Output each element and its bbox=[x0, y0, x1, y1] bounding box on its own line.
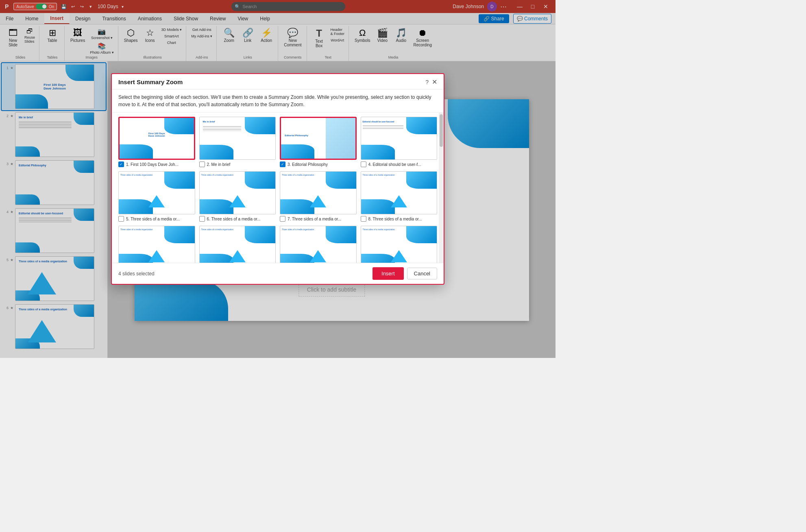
dialog-grid-area: First 100 DaysDave Johnson 1. First 100 … bbox=[112, 113, 444, 263]
dialog-slide-item-5[interactable]: Three sides of a media organization 5. T… bbox=[118, 171, 195, 222]
dialog-slide-item-1[interactable]: First 100 DaysDave Johnson 1. First 100 … bbox=[118, 117, 195, 167]
dialog-slide-item-3[interactable]: Editorial Philosophy 3. Editorial Philos… bbox=[280, 117, 357, 167]
dialog-slide-label-2: 2. Me in brief bbox=[199, 161, 276, 167]
dialog-slide-label-3: 3. Editorial Philosophy bbox=[280, 161, 357, 167]
dialog-slide-thumb-8: Three sides of a media organization bbox=[361, 171, 438, 214]
dialog-slide-grid: First 100 DaysDave Johnson 1. First 100 … bbox=[118, 117, 437, 263]
dialog-slide-item-4[interactable]: Editorial should be user-focused 4. Edit… bbox=[361, 117, 438, 167]
dialog-slide-checkbox-8[interactable] bbox=[361, 216, 366, 222]
dialog-slide-thumb-9: Three sides of a media organization bbox=[118, 226, 195, 263]
dialog-footer: 4 slides selected Insert Cancel bbox=[112, 263, 444, 284]
dialog-overlay: Insert Summary Zoom ? ✕ Select the begin… bbox=[0, 0, 555, 358]
dialog-slide-label-6: 6. Three sides of a media or... bbox=[199, 216, 276, 222]
slides-count-label: 4 slides selected bbox=[118, 271, 155, 277]
dialog-slide-checkbox-7[interactable] bbox=[280, 216, 285, 222]
dialog-help-icon[interactable]: ? bbox=[425, 79, 429, 85]
insert-button[interactable]: Insert bbox=[373, 267, 404, 280]
dialog-slide-item-12[interactable]: Three sides of a media organization 12. … bbox=[361, 226, 438, 263]
dialog-slide-thumb-6: Three sides of a media organization bbox=[199, 171, 276, 214]
dialog-slide-item-7[interactable]: Three sides of a media organization 7. T… bbox=[280, 171, 357, 222]
dialog-slide-label-8: 8. Three sides of a media or... bbox=[361, 216, 438, 222]
insert-summary-zoom-dialog: Insert Summary Zoom ? ✕ Select the begin… bbox=[111, 73, 444, 285]
dialog-slide-item-2[interactable]: Me in brief 2. Me in brief bbox=[199, 117, 276, 167]
dialog-slide-thumb-2: Me in brief bbox=[199, 117, 276, 160]
dialog-slide-checkbox-5[interactable] bbox=[118, 216, 124, 222]
dialog-slide-item-9[interactable]: Three sides of a media organization 9. T… bbox=[118, 226, 195, 263]
dialog-scroll-thumb bbox=[440, 114, 443, 147]
dialog-slide-item-6[interactable]: Three sides of a media organization 6. T… bbox=[199, 171, 276, 222]
dialog-title: Insert Summary Zoom bbox=[118, 78, 183, 85]
dialog-slide-item-8[interactable]: Three sides of a media organization 8. T… bbox=[361, 171, 438, 222]
dialog-slide-checkbox-6[interactable] bbox=[199, 216, 205, 222]
dialog-slide-thumb-10: Three sides of a media organization bbox=[199, 226, 276, 263]
dialog-slide-checkbox-3[interactable] bbox=[280, 161, 285, 167]
dialog-slide-item-11[interactable]: Three sides of a media organization 11. … bbox=[280, 226, 357, 263]
dialog-header: Insert Summary Zoom ? ✕ bbox=[112, 74, 444, 89]
dialog-slide-checkbox-2[interactable] bbox=[199, 161, 205, 167]
dialog-slide-thumb-1: First 100 DaysDave Johnson bbox=[118, 117, 195, 160]
dialog-slide-checkbox-4[interactable] bbox=[361, 161, 366, 167]
dialog-scrollbar[interactable] bbox=[439, 113, 444, 263]
dialog-slide-item-10[interactable]: Three sides of a media organization 10. … bbox=[199, 226, 276, 263]
dialog-close-button[interactable]: ✕ bbox=[432, 78, 437, 86]
dialog-slide-label-5: 5. Three sides of a media or... bbox=[118, 216, 195, 222]
dialog-slide-thumb-4: Editorial should be user-focused bbox=[361, 117, 438, 160]
dialog-slide-thumb-11: Three sides of a media organization bbox=[280, 226, 357, 263]
dialog-description: Select the beginning slide of each secti… bbox=[112, 89, 444, 113]
dialog-slide-thumb-12: Three sides of a media organization bbox=[361, 226, 438, 263]
dialog-slide-label-1: 1. First 100 Days Dave Joh... bbox=[118, 161, 195, 167]
dialog-slide-checkbox-1[interactable] bbox=[118, 161, 124, 167]
dialog-slide-thumb-7: Three sides of a media organization bbox=[280, 171, 357, 214]
dialog-slide-thumb-3: Editorial Philosophy bbox=[280, 117, 357, 160]
dialog-slide-thumb-5: Three sides of a media organization bbox=[118, 171, 195, 214]
cancel-button[interactable]: Cancel bbox=[407, 268, 437, 279]
dialog-slide-label-7: 7. Three sides of a media or... bbox=[280, 216, 357, 222]
dialog-slide-label-4: 4. Editorial should be user-f... bbox=[361, 161, 438, 167]
